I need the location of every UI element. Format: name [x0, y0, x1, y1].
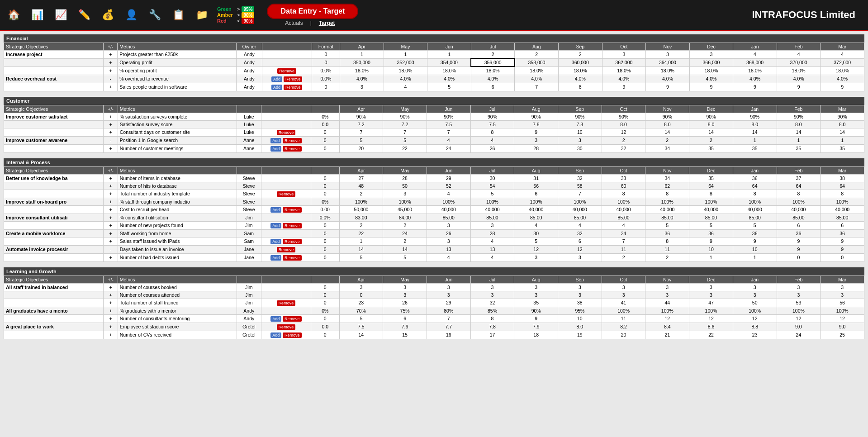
value-cell[interactable]: 34	[645, 174, 689, 182]
addrem-cell[interactable]	[262, 58, 312, 66]
addrem-cell[interactable]	[261, 229, 311, 237]
value-cell[interactable]: 100%	[821, 307, 864, 314]
value-cell[interactable]: 7.2	[339, 120, 383, 128]
value-cell[interactable]: 372,000	[821, 58, 864, 66]
value-cell[interactable]: 30	[514, 229, 558, 237]
value-cell[interactable]: 9	[733, 237, 777, 245]
value-cell[interactable]: 2	[602, 136, 645, 144]
remove-button[interactable]: Remove	[277, 68, 296, 74]
value-cell[interactable]: 100%	[470, 198, 514, 205]
addrem-cell[interactable]: Add Remove	[261, 144, 311, 152]
value-cell[interactable]: 4	[470, 136, 514, 144]
value-cell[interactable]: 3	[383, 291, 427, 299]
value-cell[interactable]: 56	[821, 299, 864, 307]
value-cell[interactable]: 7.8	[514, 120, 558, 128]
value-cell[interactable]: 9	[646, 83, 690, 91]
value-cell[interactable]: 36	[645, 229, 689, 237]
value-cell[interactable]: 32	[558, 174, 602, 182]
value-cell[interactable]: 2	[602, 253, 645, 261]
value-cell[interactable]: 4.0%	[821, 75, 864, 83]
value-cell[interactable]: 8	[689, 190, 733, 198]
tools-icon[interactable]: 🔧	[145, 5, 165, 25]
value-cell[interactable]: 8	[777, 190, 821, 198]
value-cell[interactable]: 5	[383, 253, 427, 261]
addrem-cell[interactable]: Add Remove	[261, 136, 311, 144]
value-cell[interactable]: 4	[427, 136, 470, 144]
value-cell[interactable]: 100%	[514, 198, 558, 205]
value-cell[interactable]: 90%	[777, 113, 821, 120]
remove-button[interactable]: Remove	[283, 146, 302, 152]
value-cell[interactable]: 3	[558, 291, 602, 299]
value-cell[interactable]: 20	[339, 144, 383, 152]
value-cell[interactable]: 100%	[602, 198, 645, 205]
value-cell[interactable]: 40,000	[558, 205, 602, 214]
value-cell[interactable]: 7.5	[339, 323, 383, 331]
value-cell[interactable]: 53	[777, 299, 821, 307]
value-cell[interactable]: 30	[558, 144, 602, 152]
value-cell[interactable]: 38	[558, 299, 602, 307]
value-cell[interactable]: 354,000	[427, 58, 471, 66]
value-cell[interactable]: 90%	[470, 113, 514, 120]
value-cell[interactable]: 29	[427, 299, 470, 307]
value-cell[interactable]: 10	[733, 245, 777, 253]
value-cell[interactable]: 64	[821, 182, 864, 190]
value-cell[interactable]: 3	[689, 283, 733, 291]
value-cell[interactable]: 4.0%	[515, 75, 559, 83]
value-cell[interactable]: 3	[646, 51, 690, 59]
value-cell[interactable]: 4.0%	[340, 75, 384, 83]
value-cell[interactable]: 366,000	[689, 58, 733, 66]
value-cell[interactable]: 47	[689, 299, 733, 307]
value-cell[interactable]: 2	[559, 51, 602, 59]
value-cell[interactable]: 95%	[558, 307, 602, 314]
value-cell[interactable]: 3	[602, 283, 645, 291]
remove-button[interactable]: Remove	[283, 316, 302, 322]
value-cell[interactable]: 4.0%	[777, 75, 821, 83]
value-cell[interactable]: 100%	[602, 307, 645, 314]
value-cell[interactable]: 18.0%	[602, 66, 646, 75]
value-cell[interactable]: 35	[733, 144, 777, 152]
value-cell[interactable]: 4	[470, 237, 514, 245]
value-cell[interactable]: 90%	[645, 113, 689, 120]
value-cell[interactable]: 18.0%	[733, 66, 777, 75]
value-cell[interactable]: 11	[602, 245, 645, 253]
value-cell[interactable]: 3	[514, 291, 558, 299]
value-cell[interactable]: 38	[821, 174, 864, 182]
value-cell[interactable]: 4.0%	[559, 75, 602, 83]
value-cell[interactable]: 7	[602, 237, 645, 245]
value-cell[interactable]: 14	[645, 128, 689, 136]
addrem-cell[interactable]	[261, 182, 311, 190]
value-cell[interactable]: 28	[383, 174, 427, 182]
value-cell[interactable]: 352,000	[384, 58, 427, 66]
value-cell[interactable]: 100%	[821, 198, 864, 205]
value-cell[interactable]: 9	[821, 245, 864, 253]
value-cell[interactable]: 5	[645, 221, 689, 229]
addrem-cell[interactable]	[261, 120, 311, 128]
value-cell[interactable]: 100%	[733, 198, 777, 205]
addrem-cell[interactable]	[262, 51, 312, 59]
value-cell[interactable]: 90%	[339, 113, 383, 120]
addrem-cell[interactable]: Remove	[261, 299, 311, 307]
value-cell[interactable]: 3	[340, 83, 384, 91]
value-cell[interactable]: 3	[470, 221, 514, 229]
value-cell[interactable]: 2	[645, 136, 689, 144]
nav-target[interactable]: Target	[319, 20, 335, 26]
value-cell[interactable]: 7.7	[427, 323, 470, 331]
remove-button[interactable]: Remove	[283, 138, 302, 143]
value-cell[interactable]: 90%	[689, 113, 733, 120]
home-icon[interactable]: 🏠	[4, 5, 24, 25]
value-cell[interactable]: 14	[733, 128, 777, 136]
value-cell[interactable]: 90%	[514, 113, 558, 120]
value-cell[interactable]: 24	[777, 331, 821, 339]
value-cell[interactable]: 2	[471, 51, 515, 59]
value-cell[interactable]: 4	[514, 221, 558, 229]
value-cell[interactable]: 3	[821, 291, 864, 299]
folder-icon[interactable]: 📁	[192, 5, 212, 25]
value-cell[interactable]: 23	[733, 331, 777, 339]
value-cell[interactable]: 6	[558, 237, 602, 245]
value-cell[interactable]: 54	[470, 182, 514, 190]
coins-icon[interactable]: 💰	[98, 5, 118, 25]
value-cell[interactable]: 14	[821, 128, 864, 136]
value-cell[interactable]: 1	[340, 51, 384, 59]
value-cell[interactable]: 15	[383, 331, 427, 339]
value-cell[interactable]: 100%	[733, 307, 777, 314]
